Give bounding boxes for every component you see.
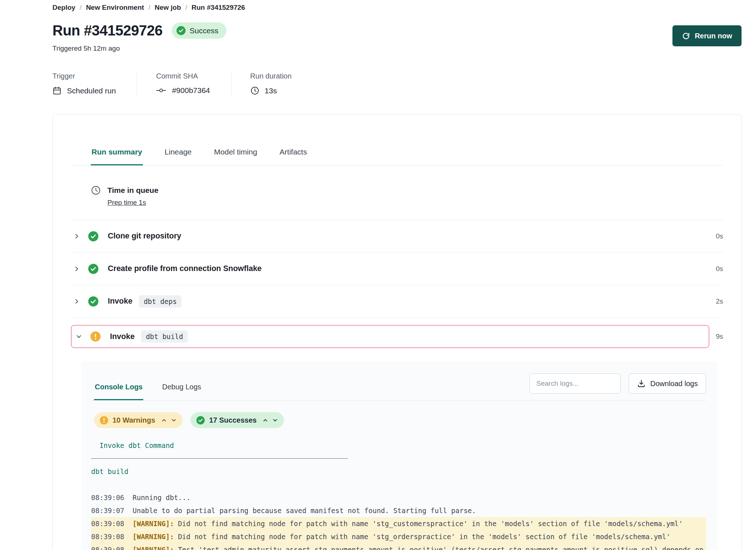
log-line-warning: 08:39:08[WARNING]:Test 'test.admin_matur… — [91, 543, 706, 550]
breadcrumb-current-run: Run #341529726 — [192, 4, 245, 12]
meta-trigger: Trigger Scheduled run — [52, 72, 137, 95]
warnings-badge[interactable]: 10 Warnings — [94, 412, 183, 428]
chevron-right-icon — [73, 298, 80, 305]
warning-icon — [90, 331, 101, 342]
rerun-now-button[interactable]: Rerun now — [672, 25, 742, 46]
log-line: Invoke dbt Command — [91, 439, 706, 452]
download-logs-label: Download logs — [650, 380, 698, 388]
tab-console-logs[interactable]: Console Logs — [94, 380, 143, 400]
success-check-icon — [88, 231, 98, 241]
warning-icon — [100, 416, 108, 424]
step-name: Invoke — [110, 332, 135, 341]
success-check-icon — [88, 296, 98, 306]
chevron-down-icon — [75, 333, 82, 340]
clock-icon — [91, 185, 101, 207]
warnings-next-chevron-down-icon[interactable] — [171, 417, 177, 423]
download-icon — [637, 379, 646, 388]
step-command-chip: dbt build — [141, 330, 188, 343]
meta-duration-label: Run duration — [250, 72, 292, 80]
run-meta-row: Trigger Scheduled run Commit SHA — [52, 72, 742, 95]
step-duration: 2s — [716, 297, 723, 305]
rerun-now-label: Rerun now — [695, 32, 732, 40]
step-duration: 0s — [716, 265, 723, 273]
chevron-right-icon — [73, 265, 80, 272]
breadcrumb-new-job[interactable]: New job — [154, 4, 181, 12]
warnings-prev-chevron-up-icon[interactable] — [161, 417, 167, 423]
page-header: Deploy / New Environment / New job / Run… — [52, 4, 742, 95]
triggered-text: Triggered 5h 12m ago — [52, 45, 742, 52]
log-divider-line: ────────────────────────────────────────… — [91, 452, 706, 465]
meta-commit: Commit SHA #900b7364 — [137, 72, 231, 95]
chevron-right-icon — [73, 233, 80, 240]
log-blank-line — [91, 478, 706, 491]
step-duration: 9s — [716, 333, 723, 340]
tab-model-timing[interactable]: Model timing — [213, 147, 258, 165]
clock-icon — [250, 86, 259, 95]
meta-trigger-value: Scheduled run — [67, 86, 116, 95]
meta-trigger-label: Trigger — [52, 72, 116, 80]
step-row-invoke-dbt-build-toggle[interactable]: Invoke dbt build — [71, 325, 709, 348]
title-row: Run #341529726 Success — [52, 22, 742, 39]
meta-commit-label: Commit SHA — [156, 72, 210, 80]
tab-artifacts[interactable]: Artifacts — [279, 147, 308, 165]
step-row-create-profile-snowflake[interactable]: Create profile from connection Snowflake… — [71, 253, 723, 285]
success-check-icon — [196, 416, 205, 424]
breadcrumb-separator: / — [185, 4, 187, 12]
log-line-warning: 08:39:08[WARNING]:Did not find matching … — [91, 530, 706, 543]
run-summary-card: Run summary Lineage Model timing Artifac… — [52, 114, 742, 550]
log-line: 08:39:06Running dbt... — [91, 491, 706, 504]
step-duration: 0s — [716, 232, 723, 240]
download-logs-button[interactable]: Download logs — [629, 373, 706, 394]
log-header: Console Logs Debug Logs Download logs — [91, 373, 706, 401]
step-name: Clone git repository — [108, 232, 181, 241]
run-tabs: Run summary Lineage Model timing Artifac… — [71, 147, 723, 166]
meta-duration: Run duration 13s — [231, 72, 313, 95]
status-badge-label: Success — [190, 26, 218, 35]
successes-next-chevron-down-icon[interactable] — [272, 417, 278, 423]
refresh-icon — [682, 32, 690, 40]
console-log-output: Invoke dbt Command ─────────────────────… — [91, 439, 706, 550]
success-check-icon — [177, 26, 186, 35]
log-panel: Console Logs Debug Logs Download logs — [82, 361, 718, 550]
step-name: Create profile from connection Snowflake — [108, 264, 262, 273]
step-command-chip: dbt deps — [139, 295, 182, 308]
prep-time-link[interactable]: Prep time 1s — [107, 199, 146, 207]
step-row-clone-git-repository[interactable]: Clone git repository 0s — [71, 220, 723, 253]
successes-prev-chevron-up-icon[interactable] — [262, 417, 268, 423]
run-detail-page: Deploy / New Environment / New job / Run… — [0, 0, 756, 550]
log-line-warning: 08:39:08[WARNING]:Did not find matching … — [91, 517, 706, 530]
success-check-icon — [88, 264, 98, 274]
step-row-invoke-dbt-build: Invoke dbt build 9s — [71, 325, 723, 348]
step-row-invoke-dbt-deps[interactable]: Invoke dbt deps 2s — [71, 285, 723, 318]
breadcrumb-separator: / — [80, 4, 81, 12]
tab-debug-logs[interactable]: Debug Logs — [161, 380, 202, 400]
search-logs-input[interactable] — [530, 373, 621, 394]
log-line: dbt build — [91, 465, 706, 478]
successes-badge[interactable]: 17 Successes — [191, 412, 284, 428]
tab-lineage[interactable]: Lineage — [164, 147, 192, 165]
calendar-icon — [52, 86, 61, 95]
breadcrumb-separator: / — [148, 4, 150, 12]
time-in-queue-title: Time in queue — [107, 186, 158, 195]
log-controls: Download logs — [530, 373, 706, 400]
breadcrumb: Deploy / New Environment / New job / Run… — [52, 4, 742, 12]
time-in-queue-section: Time in queue Prep time 1s — [71, 166, 723, 220]
log-line: 08:39:07Unable to do partial parsing bec… — [91, 504, 706, 517]
breadcrumb-new-environment[interactable]: New Environment — [86, 4, 144, 12]
commit-icon — [156, 86, 166, 95]
tab-run-summary[interactable]: Run summary — [91, 147, 143, 165]
warnings-badge-label: 10 Warnings — [112, 416, 155, 424]
status-badge: Success — [172, 22, 226, 39]
successes-badge-label: 17 Successes — [209, 416, 256, 424]
page-title: Run #341529726 — [52, 22, 162, 39]
log-tabs: Console Logs Debug Logs — [91, 380, 202, 400]
meta-duration-value: 13s — [265, 86, 277, 95]
log-filter-badges: 10 Warnings 17 Successes — [91, 412, 706, 428]
meta-commit-value: #900b7364 — [172, 86, 210, 95]
breadcrumb-deploy[interactable]: Deploy — [52, 4, 75, 12]
step-name: Invoke — [108, 297, 132, 306]
